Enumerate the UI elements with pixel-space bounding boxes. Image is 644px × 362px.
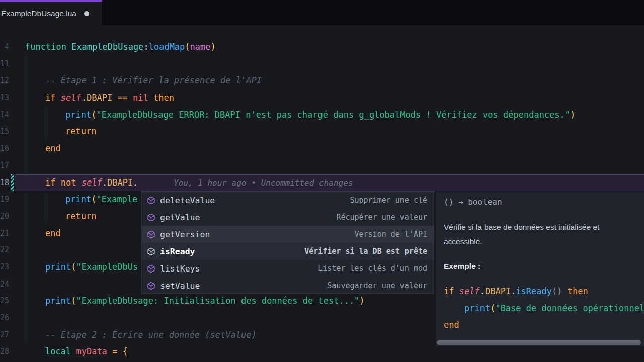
- code-text: print("ExampleDbUsage ERROR: DBAPI n'est…: [25, 107, 644, 124]
- token-param: name: [190, 42, 211, 52]
- suggest-item-detail: Version de l'API: [355, 230, 428, 239]
- line-number[interactable]: 16: [0, 140, 9, 157]
- code-line-11[interactable]: 11: [0, 56, 644, 73]
- line-number[interactable]: 24: [0, 276, 9, 293]
- token-op: ==: [117, 93, 127, 103]
- token-paren: (: [490, 303, 495, 313]
- line-number[interactable]: 23: [0, 259, 9, 276]
- tab-exampledbusage-lua[interactable]: ExampleDbUsage.lua: [0, 0, 102, 25]
- token-fn: print: [65, 194, 91, 204]
- token-op: =: [112, 346, 117, 356]
- token-var: myData: [76, 346, 107, 356]
- line-number[interactable]: 22: [0, 242, 9, 259]
- token-fn: loadMap: [149, 42, 185, 52]
- code-line-17[interactable]: 17: [0, 157, 644, 174]
- suggest-item-isReady[interactable]: isReadyVérifier si la DB est prête: [142, 243, 434, 260]
- suggest-item-label: deleteValue: [160, 196, 215, 205]
- tab-title: ExampleDbUsage.lua: [1, 9, 76, 18]
- line-number[interactable]: 20: [0, 208, 9, 225]
- code-line-18[interactable]: 18if not self.DBAPI.You, 1 hour ago • Un…: [0, 174, 644, 192]
- token-kw: end: [444, 320, 459, 330]
- code-line-13[interactable]: 13if self.DBAPI == nil then: [0, 89, 644, 107]
- docs-code-line: print("Base de données opérationnell: [444, 300, 644, 317]
- token-plain: [107, 346, 112, 356]
- line-number[interactable]: 26: [0, 310, 9, 327]
- token-kw: if: [45, 177, 55, 188]
- modified-dot-icon[interactable]: [84, 11, 89, 16]
- token-plain: [55, 177, 60, 188]
- token-paren: ): [211, 42, 216, 52]
- token-plain: [148, 93, 153, 103]
- suggest-item-listKeys[interactable]: listKeysLister les clés d'un mod: [142, 260, 434, 277]
- line-number[interactable]: 11: [0, 56, 9, 73]
- token-plain: [55, 93, 60, 103]
- suggest-item-detail: Récupérer une valeur: [336, 213, 427, 222]
- line-number[interactable]: 15: [0, 123, 9, 140]
- method-icon: [147, 213, 155, 222]
- token-punc2: (): [552, 286, 562, 296]
- suggest-item-getValue[interactable]: getValueRécupérer une valeur: [142, 209, 434, 226]
- token-punc: .: [480, 286, 485, 296]
- token-kw: if: [45, 93, 55, 103]
- line-number[interactable]: 21: [0, 225, 9, 242]
- token-kw: end: [45, 143, 61, 153]
- token-fn: print: [464, 303, 490, 313]
- docs-code-line: if self.DBAPI.isReady() then: [444, 283, 644, 300]
- code-line-16[interactable]: 16end: [0, 140, 644, 157]
- suggest-item-detail: Sauvegarder une valeur: [327, 281, 427, 290]
- token-kw: if: [444, 286, 454, 296]
- suggest-item-deleteValue[interactable]: deleteValueSupprimer une clé: [142, 192, 434, 209]
- line-number[interactable]: 19: [0, 191, 9, 208]
- token-cmt: -- Étape 2 : Écrire une donnée (setValue…: [45, 330, 257, 340]
- code-text: return: [25, 123, 644, 140]
- line-number[interactable]: 17: [0, 157, 9, 174]
- suggest-item-label: isReady: [160, 247, 195, 256]
- line-number[interactable]: 4: [0, 39, 9, 56]
- suggest-item-setValue[interactable]: setValueSauvegarder une valeur: [142, 277, 434, 294]
- token-decl: function: [25, 42, 66, 52]
- code-line-15[interactable]: 15return: [0, 123, 644, 140]
- docs-code: if self.DBAPI.isReady() then print("Base…: [444, 283, 644, 334]
- token-punc: .: [102, 177, 107, 188]
- token-punc: :: [143, 42, 148, 52]
- token-str: "ExampleDbUsage: Initialisation des donn…: [76, 296, 359, 306]
- token-cmt: -- Étape 1 : Vérifier la présence de l'A…: [45, 75, 262, 85]
- method-signature: () → boolean: [444, 197, 644, 207]
- token-kw: then: [568, 286, 588, 296]
- token-prop: DBAPI: [107, 177, 133, 188]
- suggest-item-label: listKeys: [160, 264, 200, 274]
- token-punc: .: [511, 286, 516, 296]
- line-number[interactable]: 12: [0, 72, 9, 89]
- token-paren: (: [91, 194, 96, 204]
- token-self: self: [459, 286, 480, 296]
- suggest-item-getVersion[interactable]: getVersionVersion de l'API: [142, 226, 434, 243]
- code-line-12[interactable]: 12-- Étape 1 : Vérifier la présence de l…: [0, 72, 644, 89]
- token-str: "ExampleDbUs: [76, 262, 138, 272]
- line-number[interactable]: 28: [0, 343, 9, 360]
- token-kw: then: [153, 93, 174, 103]
- line-number[interactable]: 13: [0, 89, 9, 107]
- token-str: "Base de données opérationnell: [495, 303, 644, 313]
- token-kw: return: [65, 211, 96, 221]
- line-number[interactable]: 25: [0, 293, 9, 310]
- code-text: end: [25, 140, 644, 157]
- token-plain: [112, 93, 117, 103]
- token-decl: local: [45, 346, 71, 356]
- token-prop: DBAPI: [485, 286, 511, 296]
- suggest-item-detail: Lister les clés d'un mod: [318, 264, 427, 273]
- horizontal-scrollbar[interactable]: [437, 340, 641, 345]
- tab-bar: ExampleDbUsage.lua: [0, 0, 644, 25]
- method-icon: [147, 230, 155, 239]
- code-line-4[interactable]: 4function ExampleDbUsage:loadMap(name): [0, 39, 644, 56]
- code-line-14[interactable]: 14print("ExampleDbUsage ERROR: DBAPI n'e…: [0, 107, 644, 124]
- method-icon: [147, 247, 155, 256]
- token-punc: .: [133, 177, 138, 188]
- line-number[interactable]: 27: [0, 327, 9, 344]
- suggest-item-label: setValue: [160, 281, 200, 291]
- token-kw: return: [65, 126, 96, 136]
- token-fn: isReady: [516, 286, 552, 296]
- line-number[interactable]: 14: [0, 107, 9, 124]
- method-icon: [147, 264, 155, 273]
- method-icon: [147, 196, 155, 205]
- line-number[interactable]: 18: [0, 174, 9, 192]
